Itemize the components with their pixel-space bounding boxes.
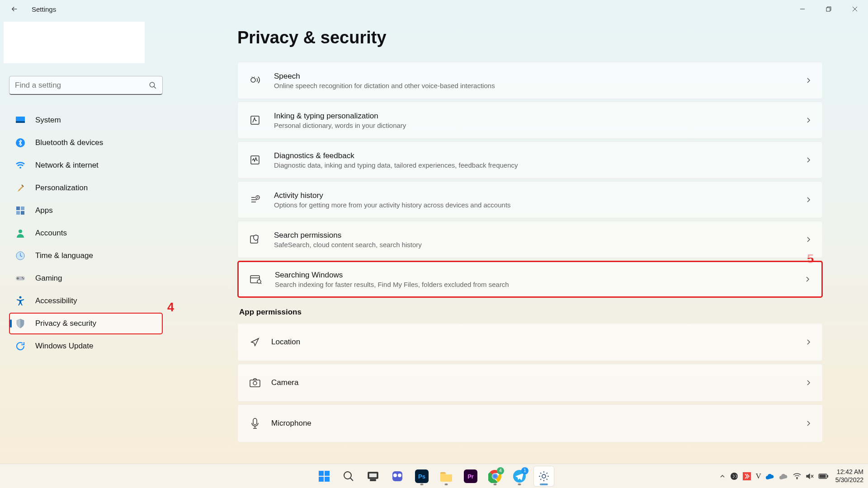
card-desc: Online speech recognition for dictation … [274,82,805,89]
tray-cloud-icon[interactable] [779,473,788,479]
sidebar-item-gaming[interactable]: Gaming [9,267,163,289]
card-body: Location [271,338,805,347]
svg-rect-6 [21,206,24,210]
svg-rect-26 [319,471,324,476]
taskbar-settings[interactable] [534,466,554,486]
magnifier-icon [343,470,354,482]
maximize-button[interactable] [816,0,842,18]
sidebar-item-bluetooth[interactable]: Bluetooth & devices [9,132,163,154]
tray-time: 12:42 AM [835,468,863,476]
tray-quick-settings[interactable] [793,466,828,486]
taskbar-search[interactable] [339,466,359,486]
sidebar: System Bluetooth & devices Network & int… [0,23,172,357]
sidebar-item-label: Windows Update [35,342,94,351]
sidebar-item-label: Personalization [35,183,88,192]
sidebar-item-accessibility[interactable]: Accessibility [9,290,163,312]
maximize-icon [826,6,831,12]
sidebar-item-update[interactable]: Windows Update [9,335,163,357]
bluetooth-icon [15,138,25,148]
chat-icon [391,470,404,483]
close-button[interactable] [842,0,868,18]
app-title: Settings [32,5,56,13]
close-icon [852,6,858,12]
card-body: Searching Windows Search indexing for fa… [275,271,804,288]
card-body: Activity history Options for getting mor… [274,191,805,209]
volume-mute-icon [806,473,814,480]
svg-rect-29 [325,477,330,482]
tray-onedrive-icon[interactable] [766,473,775,479]
user-card[interactable] [4,22,145,63]
taskbar-chrome[interactable]: 4 [485,466,505,486]
tray-cc-icon[interactable] [730,472,738,480]
inking-icon [249,114,261,127]
chevron-right-icon [805,117,811,123]
permission-card-location[interactable]: Location [237,323,823,361]
back-button[interactable] [10,5,19,14]
sidebar-item-apps[interactable]: Apps [9,200,163,221]
sidebar-item-network[interactable]: Network & internet [9,155,163,176]
svg-rect-51 [827,475,828,477]
svg-point-35 [393,474,397,477]
sidebar-item-accounts[interactable]: Accounts [9,222,163,244]
search-input[interactable] [15,81,149,90]
search-box[interactable] [9,76,163,95]
sidebar-item-label: System [35,116,61,125]
svg-rect-52 [820,475,826,478]
tray-v-icon[interactable]: V [755,472,761,481]
sidebar-item-label: Network & internet [35,161,99,170]
setting-card-diagnostics[interactable]: Diagnostics & feedback Diagnostic data, … [237,141,823,178]
card-body: Microphone [271,419,805,428]
svg-rect-27 [325,471,330,476]
diagnostics-icon [249,154,261,166]
sidebar-item-system[interactable]: System [9,109,163,131]
taskbar-taskview[interactable] [363,466,383,486]
chevron-right-icon [805,420,811,427]
system-tray: V 12:42 AM 5/30/2022 [719,466,863,486]
display-icon [15,115,25,125]
sidebar-item-label: Accessibility [35,296,77,305]
svg-point-13 [22,277,23,278]
svg-rect-25 [253,418,257,425]
gamepad-icon [15,273,25,283]
permission-card-camera[interactable]: Camera [237,364,823,402]
minimize-button[interactable] [789,0,816,18]
tray-anydesk-icon[interactable] [743,472,751,480]
badge: 4 [497,467,504,474]
sidebar-item-time[interactable]: Time & language [9,245,163,267]
svg-rect-3 [16,121,25,123]
tray-clock[interactable]: 12:42 AM 5/30/2022 [835,468,863,484]
taskbar-start[interactable] [314,466,334,486]
speech-icon [249,74,261,87]
taskbar-explorer[interactable] [436,466,456,486]
permission-card-microphone[interactable]: Microphone [237,404,823,442]
folder-icon [439,470,453,482]
svg-rect-7 [16,211,20,215]
card-title: Activity history [274,191,805,200]
setting-card-inking[interactable]: Inking & typing personalization Personal… [237,102,823,139]
setting-card-speech[interactable]: Speech Online speech recognition for dic… [237,62,823,99]
clock-globe-icon [15,251,25,261]
taskbar-premiere[interactable]: Pr [461,466,481,486]
setting-card-activity[interactable]: Activity history Options for getting mor… [237,181,823,218]
card-body: Inking & typing personalization Personal… [274,112,805,129]
tray-overflow[interactable] [719,466,726,486]
svg-point-1 [150,82,155,87]
sidebar-item-privacy[interactable]: Privacy & security [9,313,163,334]
svg-point-24 [253,381,257,385]
card-title: Searching Windows [275,271,804,280]
camera-icon [249,376,261,389]
taskbar-telegram[interactable]: 1 [509,466,529,486]
svg-point-15 [19,296,22,299]
annotation-4: 4 [167,300,174,314]
chevron-right-icon [805,197,811,203]
taskbar-photoshop[interactable]: Ps [412,466,432,486]
setting-card-search-permissions[interactable]: Search permissions SafeSearch, cloud con… [237,221,823,258]
setting-card-searching-windows[interactable]: Searching Windows Search indexing for fa… [237,261,823,298]
sidebar-item-label: Privacy & security [35,319,96,328]
svg-text:Ps: Ps [418,473,425,480]
svg-point-46 [542,474,546,478]
card-title: Location [271,338,805,347]
taskbar-chat[interactable] [387,466,407,486]
sidebar-item-personalization[interactable]: Personalization [9,177,163,199]
card-desc: Options for getting more from your activ… [274,201,805,209]
